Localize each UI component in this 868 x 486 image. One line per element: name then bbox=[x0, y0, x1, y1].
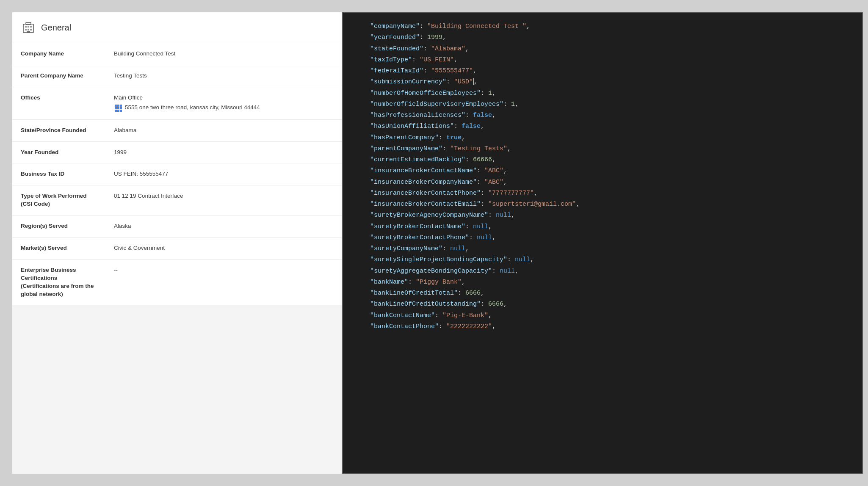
table-row: Business Tax IDUS FEIN: 555555477 bbox=[12, 163, 342, 185]
json-line: "suretyAggregateBondingCapacity": null, bbox=[355, 266, 850, 277]
table-row: State/Province FoundedAlabama bbox=[12, 119, 342, 141]
field-label: Offices bbox=[12, 87, 105, 119]
office-address: 5555 one two three road, kansas city, Mi… bbox=[114, 104, 333, 113]
field-value: 01 12 19 Contract Interface bbox=[105, 185, 342, 215]
json-line: "numberOfFieldSupervisoryEmployees": 1, bbox=[355, 99, 850, 110]
field-label: Type of Work Performed (CSI Code) bbox=[12, 185, 105, 215]
json-line: "yearFounded": 1999, bbox=[355, 32, 850, 43]
json-line: "federalTaxId": "555555477", bbox=[355, 66, 850, 77]
table-row: Parent Company NameTesting Tests bbox=[12, 65, 342, 87]
table-row: Enterprise Business Certifications (Cert… bbox=[12, 259, 342, 305]
fields-table: Company NameBuilding Connected TestParen… bbox=[12, 43, 342, 305]
left-panel: General Company NameBuilding Connected T… bbox=[12, 12, 342, 474]
field-label: State/Province Founded bbox=[12, 119, 105, 141]
field-label: Market(s) Served bbox=[12, 237, 105, 260]
field-value: 1999 bbox=[105, 141, 342, 163]
field-value: Alaska bbox=[105, 215, 342, 237]
field-label: Business Tax ID bbox=[12, 163, 105, 185]
office-name: Main Office bbox=[114, 94, 333, 102]
table-row: Year Founded1999 bbox=[12, 141, 342, 163]
json-line: "suretySingleProjectBondingCapacity": nu… bbox=[355, 254, 850, 265]
json-line: "insuranceBrokerContactEmail": "supertst… bbox=[355, 199, 850, 210]
field-value: Building Connected Test bbox=[105, 43, 342, 65]
json-line: "bankContactPhone": "2222222222", bbox=[355, 321, 850, 332]
office-address-text: 5555 one two three road, kansas city, Mi… bbox=[125, 104, 260, 112]
json-line: "companyName": "Building Connected Test … bbox=[355, 21, 850, 32]
table-row: Region(s) ServedAlaska bbox=[12, 215, 342, 237]
json-line: "hasParentCompany": true, bbox=[355, 133, 850, 144]
svg-rect-4 bbox=[25, 29, 27, 30]
json-line: "currentEstimatedBacklog": 66666, bbox=[355, 155, 850, 166]
svg-rect-8 bbox=[26, 22, 31, 25]
field-value: Testing Tests bbox=[105, 65, 342, 87]
right-panel[interactable]: "companyName": "Building Connected Test … bbox=[342, 12, 863, 474]
field-label: Region(s) Served bbox=[12, 215, 105, 237]
json-line: "numberOfHomeOfficeEmployees": 1, bbox=[355, 88, 850, 99]
json-line: "insuranceBrokerContactPhone": "77777777… bbox=[355, 188, 850, 199]
field-value: Main Office5555 one two three road, kans… bbox=[105, 87, 342, 119]
office-grid-icon bbox=[114, 104, 122, 113]
section-title: General bbox=[41, 23, 71, 33]
json-line: "insuranceBrokerCompanyName": "ABC", bbox=[355, 177, 850, 188]
svg-rect-3 bbox=[30, 26, 32, 28]
building-icon bbox=[21, 20, 36, 35]
field-value: US FEIN: 555555477 bbox=[105, 163, 342, 185]
field-label: Parent Company Name bbox=[12, 65, 105, 87]
field-value: -- bbox=[105, 259, 342, 305]
svg-rect-6 bbox=[30, 29, 32, 30]
field-label: Enterprise Business Certifications (Cert… bbox=[12, 259, 105, 305]
field-value: Alabama bbox=[105, 119, 342, 141]
json-line: "suretyBrokerContactName": null, bbox=[355, 221, 850, 232]
field-value: Civic & Government bbox=[105, 237, 342, 260]
section-header: General bbox=[12, 12, 342, 43]
json-line: "parentCompanyName": "Testing Tests", bbox=[355, 144, 850, 155]
field-label: Year Founded bbox=[12, 141, 105, 163]
table-row: Market(s) ServedCivic & Government bbox=[12, 237, 342, 260]
json-line: "hasUnionAffiliations": false, bbox=[355, 121, 850, 132]
json-line: "bankLineOfCreditTotal": 6666, bbox=[355, 288, 850, 299]
json-line: "submissionCurrency": "USD", bbox=[355, 77, 850, 88]
json-line: "bankName": "Piggy Bank", bbox=[355, 277, 850, 288]
table-row: Company NameBuilding Connected Test bbox=[12, 43, 342, 65]
json-line: "suretyBrokerContactPhone": null, bbox=[355, 232, 850, 243]
svg-rect-5 bbox=[28, 29, 29, 30]
json-line: "stateFounded": "Alabama", bbox=[355, 44, 850, 55]
json-line: "suretyCompanyName": null, bbox=[355, 243, 850, 254]
table-row: OfficesMain Office5555 one two three roa… bbox=[12, 87, 342, 119]
json-line: "taxIdType": "US_FEIN", bbox=[355, 55, 850, 66]
json-line: "bankContactName": "Pig-E-Bank", bbox=[355, 310, 850, 321]
json-line: "hasProfessionalLicenses": false, bbox=[355, 110, 850, 121]
json-line: "bankLineOfCreditOutstanding": 6666, bbox=[355, 299, 850, 310]
json-line: "insuranceBrokerContactName": "ABC", bbox=[355, 166, 850, 177]
field-label: Company Name bbox=[12, 43, 105, 65]
svg-rect-7 bbox=[27, 31, 30, 33]
svg-rect-2 bbox=[28, 26, 29, 28]
json-line: "suretyBrokerAgencyCompanyName": null, bbox=[355, 210, 850, 221]
svg-rect-1 bbox=[25, 26, 27, 28]
table-row: Type of Work Performed (CSI Code)01 12 1… bbox=[12, 185, 342, 215]
